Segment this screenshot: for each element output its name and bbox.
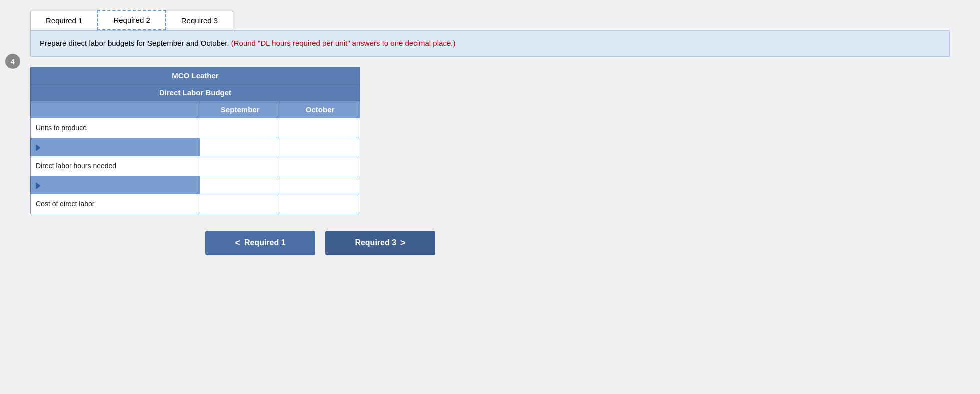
input-units-oct-field[interactable] [285,123,355,133]
instruction-bar: Prepare direct labor budgets for Septemb… [30,30,950,57]
input-dl-hours-oct[interactable] [280,156,360,176]
input-blue1-oct-field[interactable] [285,142,355,152]
page-wrapper: Required 1 Required 2 Required 3 4 Prepa… [0,0,980,394]
table-title-row2: Direct Labor Budget [31,84,360,101]
tabs-container: Required 1 Required 2 Required 3 [30,10,980,30]
table-title2: Direct Labor Budget [31,84,360,101]
input-cost-dl-sep[interactable] [200,194,280,214]
prev-button-label: Required 1 [244,238,286,248]
input-blue2-oct-field[interactable] [285,180,355,190]
blue-row1-label [31,138,200,156]
table-title-row1: MCO Leather [31,67,360,84]
tab-required2[interactable]: Required 2 [97,10,166,30]
table-wrapper: MCO Leather Direct Labor Budget Septembe… [30,67,360,214]
label-cost-dl: Cost of direct labor [31,194,200,214]
table-col-headers: September October [31,101,360,118]
input-blue2-sep-field[interactable] [205,180,275,190]
input-units-oct[interactable] [280,118,360,138]
input-blue1-sep[interactable] [200,138,280,156]
chevron-right-icon [400,238,406,248]
label-units-to-produce: Units to produce [31,118,200,138]
col-header-september: September [200,101,280,118]
col-header-label [31,101,200,118]
input-cost-dl-oct[interactable] [280,194,360,214]
instruction-black: Prepare direct labor budgets for Septemb… [40,39,229,48]
instruction-red: (Round "DL hours required per unit" answ… [231,39,456,48]
input-units-sep[interactable] [200,118,280,138]
budget-table: MCO Leather Direct Labor Budget Septembe… [30,67,360,214]
table-row-dl-hours: Direct labor hours needed [31,156,360,176]
tab-required3[interactable]: Required 3 [166,11,233,30]
arrow-icon-2 [36,182,41,190]
arrow-icon-1 [36,144,41,152]
col-header-october: October [280,101,360,118]
input-dl-hours-sep[interactable] [200,156,280,176]
input-blue1-oct[interactable] [280,138,360,156]
input-blue2-sep[interactable] [200,176,280,194]
input-dl-hours-oct-field[interactable] [285,161,355,171]
prev-button[interactable]: Required 1 [205,231,315,256]
tab-required1[interactable]: Required 1 [30,11,98,30]
table-title1: MCO Leather [31,67,360,84]
input-cost-dl-oct-field[interactable] [285,199,355,209]
step-badge: 4 [5,54,20,69]
blue-row2-label [31,176,200,194]
input-dl-hours-sep-field[interactable] [205,161,275,171]
table-row-cost-dl: Cost of direct labor [31,194,360,214]
table-row-blue1 [31,138,360,156]
table-row-blue2 [31,176,360,194]
nav-buttons: Required 1 Required 3 [205,231,980,256]
input-blue1-sep-field[interactable] [205,142,275,152]
next-button-label: Required 3 [355,238,396,248]
chevron-left-icon [235,238,240,248]
input-blue2-oct[interactable] [280,176,360,194]
next-button[interactable]: Required 3 [325,231,435,256]
input-units-sep-field[interactable] [205,123,275,133]
label-dl-hours: Direct labor hours needed [31,156,200,176]
input-cost-dl-sep-field[interactable] [205,199,275,209]
table-row-units: Units to produce [31,118,360,138]
main-content: MCO Leather Direct Labor Budget Septembe… [30,67,980,256]
